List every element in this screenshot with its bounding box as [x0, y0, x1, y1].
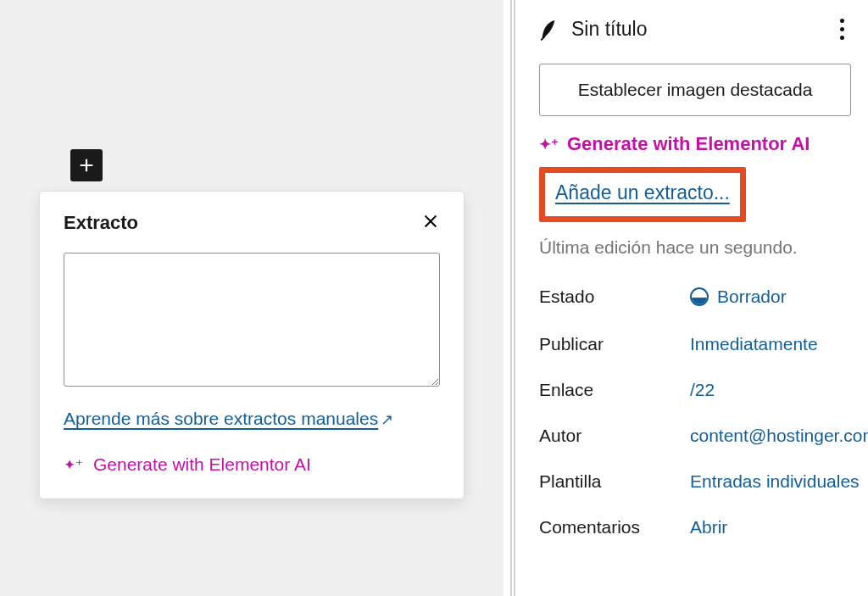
meta-template-value[interactable]: Entradas individuales — [690, 471, 868, 492]
post-meta-table: Estado Borrador Publicar Inmediatamente … — [539, 287, 851, 538]
post-type-icon — [539, 19, 558, 41]
add-block-button[interactable] — [70, 149, 103, 181]
meta-link-value[interactable]: /22 — [690, 380, 868, 400]
excerpt-popover-title: Extracto — [64, 212, 138, 234]
add-excerpt-link[interactable]: Añade un extracto... — [555, 181, 730, 203]
excerpt-textarea[interactable] — [64, 253, 440, 387]
sparkle-icon: ✦⁺ — [64, 456, 83, 474]
meta-status-label: Estado — [539, 287, 690, 309]
meta-publish-value[interactable]: Inmediatamente — [690, 334, 868, 354]
meta-link-label: Enlace — [539, 380, 690, 400]
meta-comments-value[interactable]: Abrir — [690, 517, 868, 538]
meta-template-label: Plantilla — [539, 471, 690, 492]
featured-image-button[interactable]: Establecer imagen destacada — [539, 64, 851, 116]
meta-author-label: Autor — [539, 426, 690, 446]
generate-ai-label: Generate with Elementor AI — [93, 454, 311, 475]
settings-sidebar: Sin título Establecer imagen destacada ✦… — [515, 0, 868, 596]
meta-status-value[interactable]: Borrador — [690, 287, 868, 309]
meta-comments-label: Comentarios — [539, 517, 690, 538]
last-edit-text: Última edición hace un segundo. — [539, 237, 851, 258]
meta-author-value[interactable]: content@hostinger.com — [690, 426, 868, 446]
generate-ai-link[interactable]: ✦⁺ Generate with Elementor AI — [64, 454, 440, 475]
sidebar-generate-ai-link[interactable]: ✦⁺ Generate with Elementor AI — [539, 133, 851, 155]
learn-more-link[interactable]: Aprende más sobre extractos manuales — [64, 409, 378, 428]
more-options-button[interactable] — [833, 15, 851, 43]
sidebar-generate-ai-label: Generate with Elementor AI — [567, 133, 810, 155]
draft-status-icon — [690, 287, 709, 306]
external-link-icon: ↗ — [381, 411, 393, 428]
post-title[interactable]: Sin título — [571, 18, 648, 41]
meta-publish-label: Publicar — [539, 334, 690, 354]
sparkle-icon: ✦⁺ — [539, 136, 559, 153]
plus-icon — [77, 156, 96, 175]
close-icon[interactable] — [421, 212, 440, 234]
highlight-annotation: Añade un extracto... — [539, 167, 746, 222]
editor-canvas: Extracto Aprende más sobre extractos man… — [0, 0, 510, 596]
excerpt-popover: Extracto Aprende más sobre extractos man… — [39, 191, 465, 499]
